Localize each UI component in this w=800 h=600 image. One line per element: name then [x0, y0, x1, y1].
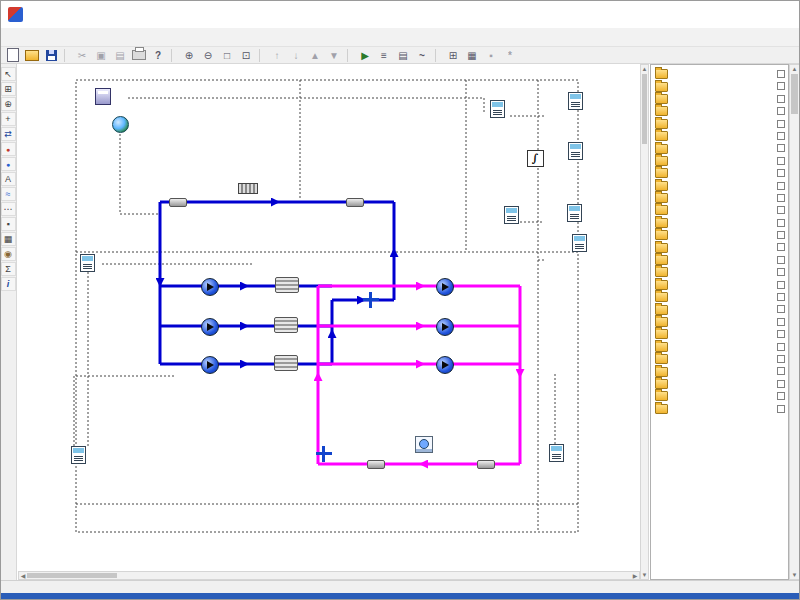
info-tool-icon[interactable] [1, 277, 16, 291]
library-item-solar-library-tess[interactable] [651, 328, 788, 340]
expand-icon[interactable] [777, 256, 785, 264]
library-item-ground-coupling[interactable] [651, 155, 788, 167]
scroll-left-icon[interactable]: ◀ [19, 572, 27, 579]
library-item-controllers[interactable] [651, 93, 788, 105]
pan-tool-icon[interactable] [1, 112, 16, 126]
expand-icon[interactable] [777, 194, 785, 202]
expand-icon[interactable] [777, 305, 785, 313]
zoom-out-icon[interactable] [199, 48, 217, 63]
library-item-hvac-library-tess[interactable] [651, 204, 788, 216]
library-item-loads-and-structures-tess[interactable] [651, 266, 788, 278]
menu-window[interactable] [101, 36, 115, 38]
canvas-vertical-scrollbar[interactable]: ▲ ▼ [640, 64, 649, 580]
scrollbar-thumb[interactable] [642, 74, 647, 144]
grid-tool-icon[interactable] [1, 232, 16, 246]
zoom-extents-icon[interactable] [237, 48, 255, 63]
output-link-tool-icon[interactable] [1, 157, 16, 171]
library-item-controllers-library-tess[interactable] [651, 105, 788, 117]
library-item-thermal-storage[interactable] [651, 365, 788, 377]
direct-access-tool-icon[interactable] [1, 82, 16, 96]
save-project-icon[interactable] [42, 48, 60, 63]
library-item-cogeneration-chp-library-tess[interactable] [651, 80, 788, 92]
expand-icon[interactable] [777, 70, 785, 78]
expand-icon[interactable] [777, 132, 785, 140]
component-cooling-pump-1-2[interactable] [409, 318, 481, 337]
align-bottom-icon[interactable] [287, 48, 305, 63]
scrollbar-thumb[interactable] [27, 573, 117, 578]
component-load[interactable] [80, 88, 126, 106]
component-temperature-output[interactable] [542, 204, 606, 223]
library-item-hydrogen-systems[interactable] [651, 217, 788, 229]
component-chilled-pump-1[interactable] [178, 278, 242, 297]
library-scrollbar[interactable]: ▲ ▼ [789, 64, 800, 580]
copy-icon[interactable] [92, 48, 110, 63]
send-to-back-icon[interactable] [325, 48, 343, 63]
scroll-down-icon[interactable]: ▼ [790, 571, 799, 579]
menu-tools[interactable] [87, 36, 101, 38]
component-chilled-pump-control[interactable] [40, 446, 116, 465]
expand-icon[interactable] [777, 318, 785, 326]
expand-icon[interactable] [777, 144, 785, 152]
show-grid-icon[interactable] [463, 48, 481, 63]
open-project-icon[interactable] [23, 48, 41, 63]
library-item-obsolete[interactable] [651, 279, 788, 291]
library-item-storage-tank-library-tess[interactable] [651, 353, 788, 365]
expand-icon[interactable] [777, 367, 785, 375]
plot-results-icon[interactable] [413, 48, 431, 63]
probe-tool-icon[interactable] [1, 247, 16, 261]
expand-icon[interactable] [777, 243, 785, 251]
component-cooling-pump-control[interactable] [524, 444, 588, 463]
library-item-electrical-library-tess[interactable] [651, 130, 788, 142]
component-chiller-1[interactable] [254, 277, 320, 294]
library-item-high-temperature-solar-tess[interactable] [651, 180, 788, 192]
menu-file[interactable] [3, 36, 17, 38]
expand-icon[interactable] [777, 268, 785, 276]
component-chiller-1-2[interactable] [250, 317, 322, 334]
library-item-optimization-library-tess[interactable] [651, 291, 788, 303]
library-item-utility[interactable] [651, 378, 788, 390]
zoom-window-icon[interactable] [218, 48, 236, 63]
component-weather[interactable] [97, 116, 143, 134]
component-chilled-pump-1-2[interactable] [174, 318, 246, 337]
library-item-ghp-library-tess[interactable] [651, 142, 788, 154]
expand-icon[interactable] [777, 219, 785, 227]
component-cooling-tower[interactable] [394, 436, 454, 466]
canvas-horizontal-scrollbar[interactable]: ◀ ▶ [18, 571, 640, 580]
text-tool-icon[interactable] [1, 172, 16, 186]
calculator-tool-icon[interactable] [1, 262, 16, 276]
expand-icon[interactable] [777, 355, 785, 363]
library-item-utility-library-tess[interactable] [651, 390, 788, 402]
component-type649-2[interactable] [340, 292, 402, 309]
library-item-hvac[interactable] [651, 192, 788, 204]
select-tool-icon[interactable] [1, 67, 16, 81]
library-item-output[interactable] [651, 303, 788, 315]
input-link-tool-icon[interactable] [1, 142, 16, 156]
paste-icon[interactable] [111, 48, 129, 63]
expand-icon[interactable] [777, 231, 785, 239]
zoom-tool-icon[interactable] [1, 97, 16, 111]
menu-edit[interactable] [17, 36, 31, 38]
menu-assembly[interactable] [59, 36, 73, 38]
settings-icon[interactable] [501, 48, 519, 63]
scroll-up-icon[interactable]: ▲ [641, 65, 648, 73]
expand-icon[interactable] [777, 206, 785, 214]
lock-tool-icon[interactable] [1, 217, 16, 231]
menu-help[interactable] [115, 36, 129, 38]
scroll-right-icon[interactable]: ▶ [631, 572, 639, 579]
simulation-cards-icon[interactable] [375, 48, 393, 63]
cut-icon[interactable] [73, 48, 91, 63]
component-chilled-pump-1-3[interactable] [174, 356, 246, 375]
library-item-loads-and-structures[interactable] [651, 254, 788, 266]
expand-icon[interactable] [777, 169, 785, 177]
component-unit-control[interactable] [58, 254, 116, 273]
help-icon[interactable] [149, 48, 167, 63]
expand-icon[interactable] [777, 392, 785, 400]
zoom-in-icon[interactable] [180, 48, 198, 63]
expand-icon[interactable] [777, 120, 785, 128]
run-simulation-icon[interactable] [356, 48, 374, 63]
component-cooling-pump-1-3[interactable] [409, 356, 481, 375]
expand-icon[interactable] [777, 343, 785, 351]
diagram-canvas[interactable] [18, 64, 640, 580]
component-type31[interactable] [154, 198, 202, 208]
scrollbar-thumb[interactable] [791, 74, 798, 114]
